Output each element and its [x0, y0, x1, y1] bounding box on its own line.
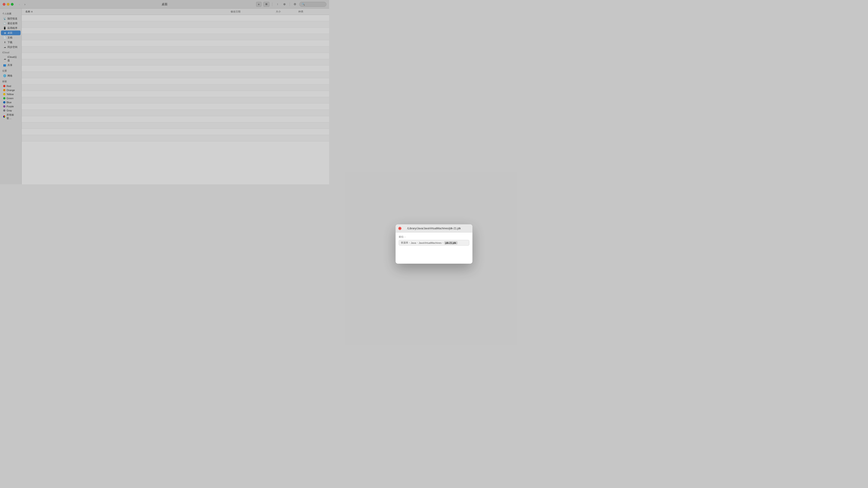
modal-overlay: ✕ /Library/Java/JavaVirtualMachines/jdk-…	[0, 0, 329, 184]
